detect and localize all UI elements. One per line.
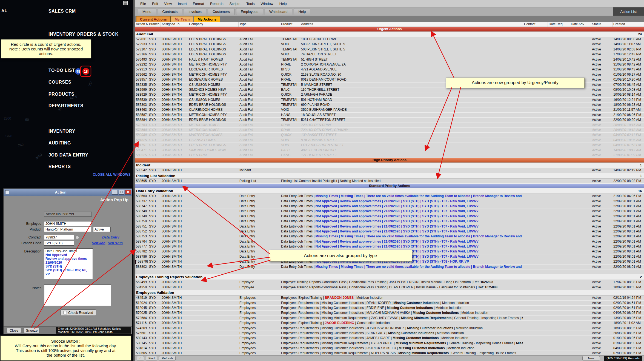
- action-row[interactable]: 579313SYDJOHN SMITHEDGEWATER HOMESAudit …: [135, 67, 644, 72]
- action-row[interactable]: 581814SYDJOHN SMITHEmployeesEmployees-Re…: [135, 346, 644, 351]
- sidebar-item-reports[interactable]: REPORTS: [48, 164, 71, 169]
- popup-close-button[interactable]: Close: [7, 328, 21, 333]
- close-all-windows-link[interactable]: CLOSE ALL WINDOWS: [93, 173, 131, 177]
- action-row[interactable]: 562499SYDJOHN SMITHEmployeeEmployee Trai…: [135, 280, 644, 285]
- todo-count-badge[interactable]: 98: [75, 68, 81, 75]
- minimize-icon[interactable]: ─: [112, 190, 118, 195]
- toolbar-button-help[interactable]: Help: [294, 8, 311, 15]
- action-row[interactable]: 588884SYDJOHN SMITHEDEN BRAE HOLDINGSAud…: [135, 118, 644, 123]
- action-row[interactable]: [135, 269, 644, 274]
- new-button[interactable]: New: [582, 356, 600, 360]
- toolbar-button-contracts[interactable]: Contracts: [158, 8, 182, 15]
- toolbar-button-employees[interactable]: Employees: [236, 8, 263, 15]
- action-row[interactable]: 573166SYDJOHN SMITHEDEN BRAE HOLDINGSAud…: [135, 52, 644, 57]
- menu-item-scripts[interactable]: Scripts: [226, 2, 243, 6]
- action-row[interactable]: 581625SYDJOHN SMITHCS ANSA HOMESAudit Fa…: [135, 138, 644, 143]
- action-row[interactable]: 588748SYDJOHN SMITHData EntryData Entry-…: [135, 209, 644, 214]
- snooze-button[interactable]: Snooze: [24, 328, 40, 333]
- action-row[interactable]: 588752SYDJOHN SMITHData EntryData Entry-…: [135, 229, 644, 234]
- data-entry-link[interactable]: Data Entry: [102, 235, 119, 239]
- action-row[interactable]: 587303SYDJOHN SMITHEDEN BRAE HOLDINGSAud…: [135, 103, 644, 107]
- sch-job-link[interactable]: Sch:Job: [92, 241, 105, 245]
- action-row[interactable]: 573107SYDJOHN SMITHEDEN BRAE HOLDINGSAud…: [135, 47, 644, 52]
- menu-item-help[interactable]: Help: [276, 2, 290, 6]
- window-restore-icon[interactable]: [123, 1, 128, 5]
- action-row[interactable]: 572831SYDJOHN SMITHEDEN BRAE HOLDINGSAud…: [135, 37, 644, 42]
- action-row[interactable]: 585542SYDJOHN SMITHIncidentActive14/09/2…: [135, 168, 644, 173]
- action-row[interactable]: 574116SYDJOHN SMITHEmployeesEmployees-Ex…: [135, 321, 644, 326]
- action-row[interactable]: 588764SYDJOHN SMITHData EntryData Entry-…: [135, 239, 644, 244]
- action-row[interactable]: 576493SYDJOHN SMITHHALL & HART HOMESAudi…: [135, 57, 644, 62]
- action-row[interactable]: 579232SYDJOHN SMITHMETRICON HOMES PTYAud…: [135, 62, 644, 67]
- notes-input[interactable]: [44, 285, 111, 306]
- sidebar-item-courses[interactable]: COURSES: [48, 80, 71, 85]
- action-row[interactable]: 588463SYDJOHN SMITHCLARENDON HOMESAudit …: [135, 107, 644, 112]
- sidebar-item-to-do-list[interactable]: TO-DO LIST: [48, 68, 75, 73]
- contract-lookup-icon[interactable]: [76, 236, 79, 239]
- sidebar-item-sales-crm[interactable]: SALES CRM: [48, 9, 76, 14]
- toolbar-button-menu[interactable]: Menu: [138, 8, 156, 15]
- action-row[interactable]: 572933SYDJOHN SMITHEDEN BRAE HOLDINGSAud…: [135, 42, 644, 47]
- product-field[interactable]: Hang-On Platform: [44, 227, 92, 232]
- toolbar-button-customers[interactable]: Customers: [208, 8, 234, 15]
- menu-item-file[interactable]: File: [137, 2, 149, 6]
- sch-run-link[interactable]: Sch :Run: [108, 241, 123, 245]
- action-row[interactable]: 588753SYDJOHN SMITHData EntryData Entry-…: [135, 234, 644, 239]
- action-row[interactable]: 575661SYDJOHN SMITHEmployeesEmployees-Re…: [135, 331, 644, 336]
- tab-my-actions[interactable]: My Actions: [194, 16, 220, 22]
- action-row[interactable]: 584350SYDJOHN SMITHEmployeeEmployee Trai…: [135, 285, 644, 290]
- sidebar-item-inventory-orders-stock[interactable]: INVENTORY ORDERS & STOCK: [48, 32, 119, 37]
- action-row[interactable]: 588747SYDJOHN SMITHData EntryData Entry-…: [135, 204, 644, 209]
- menu-item-insert[interactable]: Insert: [175, 2, 190, 6]
- action-row[interactable]: 512045SYDJOHN SMITHEmployeesEmployees-Re…: [135, 306, 644, 311]
- action-row[interactable]: 512024SYDJOHN SMITHEmployeesEmployees-Re…: [135, 301, 644, 306]
- menu-item-format[interactable]: Format: [190, 2, 207, 6]
- employee-field[interactable]: JOHN SMITH: [44, 221, 92, 226]
- menu-item-edit[interactable]: Edit: [149, 2, 161, 6]
- sidebar-item-job-data-entry[interactable]: JOB DATA ENTRY: [48, 153, 88, 158]
- action-row[interactable]: 578564SYDJOHN SMITHMETRICON HOMESAudit F…: [135, 128, 644, 133]
- action-row[interactable]: 579662SYDJOHN SMITHMETRICON HOMES PTYAud…: [135, 72, 644, 77]
- close-icon[interactable]: ✕: [125, 190, 131, 195]
- action-row[interactable]: 580145SYDJOHN SMITHEmployeesEmployees-Re…: [135, 341, 644, 346]
- action-row[interactable]: 588802SYDJOHN SMITHData EntryData Entry-…: [135, 265, 644, 269]
- action-row[interactable]: 578763SYDJOHN SMITHMETRICON HOMESAudit F…: [135, 123, 644, 128]
- popup-titlebar[interactable]: Action ─ ▢ ✕: [4, 189, 132, 196]
- action-row[interactable]: 484519SYDJOHN SMITHEmployeesEmployees-Ex…: [135, 295, 644, 300]
- menu-item-records[interactable]: Records: [207, 2, 226, 6]
- menu-item-view[interactable]: View: [161, 2, 175, 6]
- action-row[interactable]: 585471SYDJOHN SMITHSIMONDS HOMES NSWAudi…: [135, 148, 644, 153]
- urgent-count-badge[interactable]: 18: [82, 68, 89, 75]
- check-resolved-button[interactable]: Check Resolved: [61, 309, 96, 316]
- toolbar-button-whiteboard[interactable]: Whiteboard: [265, 8, 292, 15]
- action-row[interactable]: 588595SYDJOHN SMITHPicking ListPicking L…: [135, 179, 644, 184]
- sidebar-item-auditing[interactable]: AUDITING: [48, 141, 71, 146]
- home-button[interactable]: ⌂: [137, 356, 144, 360]
- action-row[interactable]: 580143SYDJOHN SMITHEmployeesEmployees-Re…: [135, 336, 644, 341]
- action-row[interactable]: 580989SYDJOHN SMITHMASTERTON HOMESAudit …: [135, 133, 644, 138]
- tab-current-actions[interactable]: Current Actions: [136, 16, 171, 22]
- find-button[interactable]: Find: [146, 356, 157, 360]
- action-row[interactable]: 588587SYDJOHN SMITHMETRICON HOMES PTYAud…: [135, 113, 644, 118]
- action-row[interactable]: 588525SYDJOHN SMITHEDEN BRAEAudit FailHA…: [135, 153, 644, 158]
- product-status-select[interactable]: Active: [93, 227, 111, 232]
- description-box[interactable]: Data Entry-Job TimesNot ApprovedReview a…: [44, 248, 93, 279]
- action-row[interactable]: 583929SYDJOHN SMITHMETRICON HOMES PTYAud…: [135, 92, 644, 97]
- action-row[interactable]: 588749SYDJOHN SMITHData EntryData Entry-…: [135, 214, 644, 219]
- toolbar-button-invoices[interactable]: Invoices: [184, 8, 206, 15]
- menu-item-window[interactable]: Window: [258, 2, 276, 6]
- action-row[interactable]: 588777SYDJOHN SMITHData EntryData Entry-…: [135, 244, 644, 249]
- action-row[interactable]: 588751SYDJOHN SMITHData EntryData Entry-…: [135, 224, 644, 229]
- sidebar-item-inventory[interactable]: INVENTORY: [48, 129, 75, 134]
- action-row[interactable]: 574309SYDJOHN SMITHEmployeesEmployees-Re…: [135, 326, 644, 331]
- action-row[interactable]: 586539SYDJOHN SMITHCS UNISON HOMESAudit …: [135, 98, 644, 103]
- action-row[interactable]: 581791SYDJOHN SMITHEDEN BRAE HOLDINGSAud…: [135, 143, 644, 148]
- action-row[interactable]: 572584SYDJOHN SMITHEmployeesEmployees-Re…: [135, 316, 644, 321]
- menu-item-tools[interactable]: Tools: [243, 2, 257, 6]
- tab-my-team[interactable]: My Team: [171, 16, 194, 22]
- action-row[interactable]: 582999SYDJOHN SMITHSIMONDS HOMES NSWAudi…: [135, 87, 644, 92]
- maximize-icon[interactable]: ▢: [119, 190, 124, 195]
- contract-field[interactable]: 789837: [44, 235, 74, 240]
- branch-code-field[interactable]: SYD (STH): [44, 241, 74, 246]
- refresh-button[interactable]: Refresh: [159, 356, 175, 360]
